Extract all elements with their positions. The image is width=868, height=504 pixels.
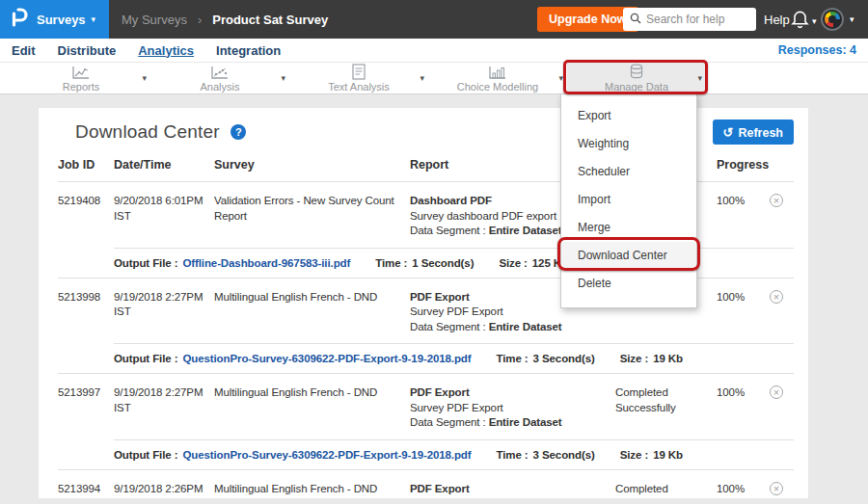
- cancel-job-icon[interactable]: [770, 385, 783, 399]
- breadcrumb-my-surveys[interactable]: My Surveys: [122, 13, 187, 27]
- toolbar-section-text-analysis: Text Analysis: [289, 63, 428, 93]
- toolbar-section-manage-data: Manage Data: [567, 63, 706, 93]
- job-progress: 100%: [717, 290, 770, 335]
- job-output-row: Output File :QuestionPro-Survey-6309622-…: [114, 343, 794, 373]
- job-survey: Multilingual English French - DND: [214, 482, 410, 498]
- account-menu-button[interactable]: [821, 8, 854, 31]
- output-file-link[interactable]: QuestionPro-Survey-6309622-PDF-Export-9-…: [182, 353, 471, 364]
- tab-distribute[interactable]: Distribute: [58, 43, 117, 58]
- manage-data-button[interactable]: Manage Data: [605, 64, 668, 93]
- breadcrumb-current-survey: Product Sat Survey: [212, 13, 328, 27]
- product-menu-label: Surveys: [37, 13, 86, 27]
- job-progress: 100%: [717, 194, 770, 239]
- table-row: 5213994 9/19/2018 2:26PMIST Multilingual…: [58, 470, 794, 498]
- manage-data-menu: Export Weighting Scheduler Import Merge …: [560, 93, 697, 308]
- menu-item-export[interactable]: Export: [561, 102, 696, 130]
- help-link[interactable]: Help: [764, 13, 790, 27]
- refresh-icon: [723, 126, 739, 140]
- job-output-row: Output File :QuestionPro-Survey-6309622-…: [114, 439, 794, 469]
- tab-integration[interactable]: Integration: [216, 43, 281, 58]
- text-analysis-button[interactable]: Text Analysis: [328, 64, 390, 93]
- analytics-toolbar: Reports Analysis: [0, 62, 868, 94]
- choice-modelling-dropdown-caret[interactable]: [558, 73, 563, 83]
- menu-item-import[interactable]: Import: [561, 186, 696, 214]
- line-chart-icon: [71, 65, 91, 80]
- text-document-icon: [352, 64, 366, 80]
- job-progress: 100%: [717, 385, 770, 431]
- notifications-button[interactable]: [791, 9, 817, 33]
- survey-nav-row: Edit Distribute Analytics Integration Re…: [0, 39, 868, 62]
- job-id: 5213997: [58, 385, 114, 431]
- menu-item-merge[interactable]: Merge: [561, 214, 696, 242]
- choice-modelling-label: Choice Modelling: [457, 82, 538, 93]
- database-icon: [629, 64, 644, 80]
- header-survey: Survey: [214, 158, 410, 172]
- toolbar-section-choice-modelling: Choice Modelling: [428, 63, 567, 93]
- help-question-icon[interactable]: [231, 124, 246, 140]
- bar-chart-icon: [488, 65, 507, 80]
- cancel-job-icon[interactable]: [770, 290, 783, 304]
- reports-button[interactable]: Reports: [63, 65, 100, 93]
- cancel-job-icon[interactable]: [770, 482, 783, 495]
- job-date: 9/19/2018 2:27PMIST: [114, 385, 214, 431]
- job-report: PDF Export Survey PDF Export Data Segmen…: [410, 385, 615, 431]
- help-search-box[interactable]: [623, 8, 756, 31]
- job-id: 5213998: [58, 290, 114, 335]
- menu-item-scheduler[interactable]: Scheduler: [561, 158, 696, 186]
- surveys-product-switcher[interactable]: Surveys: [0, 0, 109, 39]
- job-survey: Multilingual English French - DND: [214, 290, 410, 335]
- menu-item-delete[interactable]: Delete: [561, 270, 696, 298]
- text-analysis-label: Text Analysis: [328, 82, 390, 93]
- search-input[interactable]: [646, 13, 749, 26]
- job-time: 3 Second(s): [533, 449, 595, 461]
- job-id: 5219408: [58, 194, 114, 239]
- output-file-link[interactable]: Offline-Dashboard-967583-iii.pdf: [182, 257, 350, 269]
- refresh-button[interactable]: Refresh: [713, 119, 794, 145]
- avatar: [821, 8, 844, 31]
- choice-modelling-button[interactable]: Choice Modelling: [457, 65, 538, 93]
- menu-item-download-center[interactable]: Download Center: [561, 242, 696, 270]
- job-time: 1 Second(s): [412, 257, 474, 269]
- questionpro-logo-icon[interactable]: [10, 7, 28, 32]
- job-status: Completed Successfully: [615, 482, 717, 498]
- job-date: 9/20/2018 6:01PMIST: [114, 194, 214, 239]
- reports-label: Reports: [63, 82, 100, 93]
- breadcrumb: My Surveys › Product Sat Survey: [122, 0, 328, 39]
- job-id: 5213994: [58, 482, 114, 498]
- manage-data-dropdown-caret[interactable]: [697, 73, 702, 83]
- analysis-button[interactable]: Analysis: [201, 65, 240, 93]
- scatter-chart-icon: [210, 65, 230, 80]
- job-progress: 100%: [717, 482, 770, 498]
- job-report: PDF Export Survey PDF Export Data Segmen…: [410, 482, 615, 498]
- bell-icon: [791, 9, 809, 33]
- job-survey: Multilingual English French - DND: [214, 385, 410, 431]
- toolbar-section-analysis: Analysis: [150, 63, 289, 93]
- chevron-down-icon: [92, 14, 96, 24]
- job-survey: Validation Errors - New Survey Count Rep…: [214, 194, 410, 239]
- job-status: Completed Successfully: [615, 385, 717, 431]
- header-job-id: Job ID: [58, 158, 114, 172]
- job-date: 9/19/2018 2:26PMIST: [114, 482, 214, 498]
- search-icon: [630, 11, 641, 28]
- output-file-link[interactable]: QuestionPro-Survey-6309622-PDF-Export-9-…: [182, 449, 471, 461]
- table-row: 5213997 9/19/2018 2:27PMIST Multilingual…: [58, 374, 794, 470]
- job-date: 9/19/2018 2:27PMIST: [114, 290, 214, 335]
- responses-count: Responses: 4: [778, 39, 856, 62]
- text-analysis-dropdown-caret[interactable]: [420, 73, 424, 83]
- top-bar: Surveys My Surveys › Product Sat Survey …: [0, 0, 868, 39]
- analysis-dropdown-caret[interactable]: [281, 73, 285, 83]
- header-progress: Progress: [717, 158, 770, 172]
- breadcrumb-separator: ›: [198, 13, 202, 27]
- manage-data-label: Manage Data: [605, 82, 668, 93]
- tab-analytics[interactable]: Analytics: [138, 43, 194, 58]
- tab-edit[interactable]: Edit: [12, 43, 36, 58]
- reports-dropdown-caret[interactable]: [142, 73, 147, 83]
- chevron-down-icon: [850, 14, 854, 24]
- header-date-time: Date/Time: [114, 158, 214, 172]
- cancel-job-icon[interactable]: [770, 194, 783, 207]
- menu-item-weighting[interactable]: Weighting: [561, 130, 696, 158]
- page-title: Download Center: [75, 121, 220, 143]
- job-size: 19 Kb: [653, 353, 683, 364]
- toolbar-section-reports: Reports: [12, 63, 150, 93]
- job-size: 19 Kb: [653, 449, 683, 461]
